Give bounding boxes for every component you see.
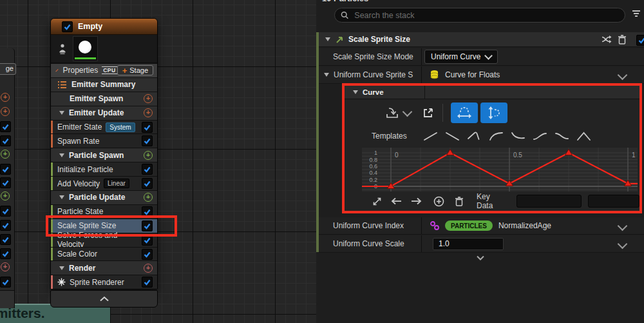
add-module-button[interactable]: + <box>1 150 10 159</box>
fit-vertical-button[interactable] <box>480 103 507 123</box>
stack-row-scale-color[interactable]: Scale Color <box>51 247 157 261</box>
add-stage-button[interactable]: + Stage <box>117 65 153 75</box>
stack-row-render[interactable]: Render+ <box>51 260 157 275</box>
stack-row-particle-update[interactable]: Particle Update+ <box>51 190 157 204</box>
collapse-triangle-icon[interactable] <box>59 153 64 157</box>
peak-icon[interactable] <box>576 130 592 142</box>
key-value-input[interactable] <box>588 195 639 208</box>
curve-graph[interactable]: 10.80.60.40.2000.51 <box>362 148 638 191</box>
stack-row-sprite-renderer[interactable]: Sprite Renderer <box>51 275 157 289</box>
add-module-button[interactable]: + <box>144 193 153 202</box>
module-enabled-checkbox[interactable] <box>0 248 11 259</box>
chevron-down-icon[interactable] <box>618 70 628 81</box>
import-curve-icon[interactable] <box>384 105 400 121</box>
expand-icon[interactable] <box>372 197 382 206</box>
emitter-thumbnail[interactable] <box>73 36 98 61</box>
stack-row-emitter-spawn[interactable]: Emitter Spawn+ <box>51 92 157 106</box>
stack-row-solve-forces-and-velocity[interactable]: Solve Forces and Velocity <box>51 233 157 247</box>
prev-key-icon[interactable] <box>391 197 402 205</box>
linear-fall-icon[interactable] <box>444 130 460 142</box>
module-enabled-checkbox[interactable] <box>142 122 153 133</box>
clipped-node-footer[interactable] <box>0 290 14 308</box>
chevron-down-icon[interactable] <box>618 221 628 231</box>
clipped-emitter-node[interactable]: ge +++++ <box>0 48 15 308</box>
curve-object-value: Curve for Floats <box>445 70 500 79</box>
smooth-rise-icon[interactable] <box>532 130 548 142</box>
module-enabled-checkbox[interactable] <box>142 164 153 175</box>
module-enabled-checkbox[interactable] <box>142 135 153 146</box>
module-enabled-checkbox[interactable] <box>0 277 11 288</box>
open-external-icon[interactable] <box>422 108 433 119</box>
add-module-button[interactable]: + <box>144 264 153 273</box>
module-enabled-checkbox[interactable] <box>0 177 11 188</box>
linked-input-icon <box>430 220 440 231</box>
module-enabled-checkbox[interactable] <box>0 121 11 132</box>
stack-row-particle-state[interactable]: Particle State <box>51 204 157 219</box>
emitter-node-header[interactable]: Empty <box>51 19 157 35</box>
module-enabled-checkbox[interactable] <box>142 178 153 189</box>
module-enabled-checkbox[interactable] <box>0 164 11 175</box>
module-enabled-checkbox[interactable] <box>142 220 153 231</box>
emitter-node-collapse-footer[interactable] <box>50 290 158 308</box>
expand-more-chevron[interactable] <box>476 255 485 260</box>
stack-search-bar[interactable] <box>334 8 625 23</box>
module-enabled-checkbox[interactable] <box>142 277 153 288</box>
module-enabled-checkbox[interactable] <box>0 234 11 245</box>
curve-section-header[interactable]: Curve <box>345 86 639 99</box>
stack-row-emitter-summary[interactable]: Emitter Summary <box>51 77 157 92</box>
delete-key-icon[interactable] <box>455 197 464 206</box>
add-key-icon[interactable] <box>433 196 444 207</box>
stack-row-particle-spawn[interactable]: Particle Spawn+ <box>51 148 157 162</box>
smooth-fall-icon[interactable] <box>554 130 570 142</box>
scale-value-input[interactable]: 1.0 <box>433 238 504 250</box>
namespace-badge: PARTICLES <box>445 220 493 231</box>
cpu-icon: CPU <box>102 66 117 74</box>
collapse-triangle-icon[interactable] <box>59 195 64 199</box>
module-enabled-checkbox[interactable] <box>142 249 153 260</box>
stack-row-emitter-state[interactable]: Emitter StateSystem <box>51 120 157 134</box>
stack-row-properties[interactable]: Properties CPU + Stage <box>51 63 157 77</box>
add-module-button[interactable]: + <box>144 151 153 160</box>
ramp-drop-icon[interactable] <box>466 130 482 142</box>
trash-icon[interactable] <box>618 35 627 44</box>
search-input[interactable] <box>353 10 625 21</box>
linear-rise-icon[interactable] <box>422 130 439 142</box>
module-enabled-checkbox[interactable] <box>0 135 11 146</box>
emitter-node-empty[interactable]: Empty Properties CPU + Stage Emitter Sum… <box>50 18 158 289</box>
collapse-triangle-icon[interactable] <box>324 73 329 77</box>
module-enabled-checkbox[interactable] <box>636 35 644 46</box>
collapse-triangle-icon[interactable] <box>325 37 330 41</box>
chevron-down-icon[interactable] <box>402 106 413 117</box>
fit-horizontal-button[interactable] <box>451 103 478 123</box>
add-module-button[interactable]: + <box>144 94 153 103</box>
ease-out-icon[interactable] <box>488 130 504 142</box>
decay-icon[interactable] <box>510 130 526 142</box>
add-module-button[interactable]: + <box>1 107 10 116</box>
module-enabled-checkbox[interactable] <box>142 235 153 246</box>
module-enabled-checkbox[interactable] <box>0 206 11 217</box>
add-module-button[interactable]: + <box>1 262 10 271</box>
stack-row-spawn-rate[interactable]: Spawn Rate <box>51 133 157 148</box>
stack-row-emitter-update[interactable]: Emitter Update+ <box>51 106 157 120</box>
filter-icon[interactable] <box>632 10 641 17</box>
mode-label: Scale Sprite Size Mode <box>319 48 422 65</box>
pencil-icon <box>55 66 59 75</box>
add-module-button[interactable]: + <box>1 191 10 201</box>
mode-dropdown[interactable]: Uniform Curve <box>424 50 498 64</box>
collapse-triangle-icon[interactable] <box>353 90 358 94</box>
chevron-down-icon[interactable] <box>618 239 628 250</box>
shuffle-icon[interactable] <box>601 35 612 44</box>
add-module-button[interactable]: + <box>1 93 10 102</box>
collapse-triangle-icon[interactable] <box>59 266 64 270</box>
collapse-triangle-icon[interactable] <box>59 111 64 115</box>
add-module-button[interactable]: + <box>144 108 153 117</box>
module-header-scale-sprite-size[interactable]: Scale Sprite Size <box>319 32 644 47</box>
stack-row-add-velocity[interactable]: Add VelocityLinear <box>51 176 157 190</box>
key-time-input[interactable] <box>516 195 582 208</box>
module-enabled-checkbox[interactable] <box>0 220 11 231</box>
stack-row-initialize-particle[interactable]: Initialize Particle <box>51 162 157 176</box>
module-enabled-checkbox[interactable] <box>142 206 153 217</box>
emitter-enabled-checkbox[interactable] <box>62 21 73 32</box>
clipped-stage-button[interactable]: ge <box>0 63 16 75</box>
next-key-icon[interactable] <box>411 197 422 205</box>
